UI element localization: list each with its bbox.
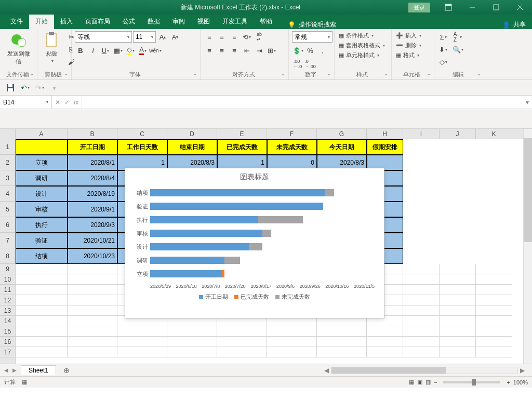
find-select-button[interactable]: 🔍▾ [450,44,466,55]
increase-font-icon[interactable]: A▴ [157,31,168,43]
cell[interactable]: 2020/8/4 [68,170,117,186]
cell[interactable]: 设计 [16,186,68,202]
vertical-scrollbar[interactable] [523,129,532,364]
orientation-button[interactable]: ⟲▾ [241,31,252,43]
cell[interactable] [403,305,440,316]
percent-format-button[interactable]: % [304,45,316,56]
cell[interactable] [68,326,117,337]
row-header[interactable]: 15 [0,326,15,337]
tab-help[interactable]: 帮助 [254,14,278,29]
cell[interactable] [16,316,68,326]
tab-home[interactable]: 开始 [29,14,54,29]
column-header[interactable]: C [117,129,167,139]
cell[interactable] [16,285,68,295]
cell[interactable] [403,295,440,305]
column-header[interactable]: G [317,129,367,139]
cell[interactable] [403,264,440,274]
align-bottom-button[interactable]: ≡ [229,31,240,43]
tab-review[interactable]: 审阅 [166,14,191,29]
align-middle-button[interactable]: ≡ [216,31,228,43]
cell[interactable] [476,316,512,326]
cell[interactable]: 结项 [16,248,68,264]
column-header[interactable]: B [68,129,117,139]
redo-button[interactable]: ↷▾ [33,82,46,94]
cell[interactable] [403,274,440,285]
cell[interactable]: 今天日期 [317,139,367,155]
row-header[interactable]: 1 [0,139,15,155]
cell[interactable] [16,274,68,285]
row-header[interactable]: 7 [0,233,15,248]
cell[interactable] [117,337,167,347]
cell[interactable] [440,264,476,274]
font-size-select[interactable]: 11▾ [133,31,156,43]
cancel-formula-icon[interactable]: ✕ [55,99,60,106]
paste-button[interactable]: 粘贴▾ [41,31,63,64]
worksheet[interactable]: ABCDEFGHIJK 1234567891011121314151617 开工… [0,129,532,364]
row-header[interactable]: 6 [0,217,15,233]
bold-button[interactable]: B [75,45,86,56]
normal-view-icon[interactable]: ▦ [409,379,414,385]
insert-cells-button[interactable]: ➕插入▾ [395,31,422,40]
cell[interactable] [476,264,512,274]
column-header[interactable]: F [267,129,317,139]
row-header[interactable]: 2 [0,155,15,170]
cell[interactable] [476,326,512,337]
cell[interactable]: 2020/8/19 [68,186,117,202]
column-header[interactable]: J [440,129,476,139]
cell[interactable] [217,326,267,337]
cell[interactable]: 验证 [16,233,68,248]
row-header[interactable]: 3 [0,170,15,186]
format-cells-button[interactable]: ▦格式▾ [395,51,420,60]
add-sheet-button[interactable]: ⊕ [60,366,73,375]
cell[interactable] [68,337,117,347]
number-format-select[interactable]: 常规▾ [292,31,332,43]
align-top-button[interactable]: ≡ [204,31,215,43]
cell[interactable] [440,337,476,347]
cell[interactable] [267,326,317,337]
fill-color-button[interactable]: ◇▾ [125,45,136,56]
row-header[interactable]: 14 [0,316,15,326]
increase-decimal-button[interactable]: .00←.0 [292,58,303,70]
cell[interactable] [317,337,367,347]
sort-filter-button[interactable]: A↓Z▾ [450,31,466,43]
font-name-select[interactable]: 等线▾ [75,31,132,43]
cell[interactable] [476,337,512,347]
cell[interactable] [16,305,68,316]
tab-dev[interactable]: 开发工具 [216,14,254,29]
cell[interactable]: 执行 [16,217,68,233]
column-header[interactable]: I [403,129,440,139]
cell[interactable] [16,347,68,357]
cell[interactable]: 立项 [16,155,68,170]
cell[interactable] [403,337,440,347]
cell[interactable] [68,305,117,316]
cell[interactable]: 2020/9/1 [68,202,117,217]
cell[interactable]: 未完成天数 [267,139,317,155]
row-header[interactable]: 12 [0,295,15,305]
cell[interactable]: 结束日期 [167,139,217,155]
cell[interactable] [16,337,68,347]
cell[interactable] [476,347,512,357]
cell[interactable] [117,326,167,337]
comma-format-button[interactable]: , [317,45,328,56]
fx-icon[interactable]: fx [74,99,78,106]
font-color-button[interactable]: A▾ [137,45,149,56]
tell-me-search[interactable]: 💡 操作说明搜索 [288,20,336,29]
cell[interactable] [167,347,217,357]
cell[interactable] [16,264,68,274]
zoom-slider[interactable] [443,381,500,383]
column-header[interactable]: A [16,129,68,139]
cell[interactable] [440,274,476,285]
cell[interactable] [167,326,217,337]
cell[interactable] [16,326,68,337]
row-header[interactable]: 13 [0,305,15,316]
cell[interactable] [367,347,403,357]
enter-formula-icon[interactable]: ✓ [64,99,70,106]
row-header[interactable]: 10 [0,274,15,285]
cell[interactable]: 2020/9/3 [68,217,117,233]
delete-cells-button[interactable]: ➖删除▾ [395,41,422,50]
align-center-button[interactable]: ≡ [216,45,228,56]
cell[interactable] [68,295,117,305]
column-header[interactable]: D [167,129,217,139]
underline-button[interactable]: U▾ [100,45,111,56]
column-header[interactable]: K [476,129,512,139]
